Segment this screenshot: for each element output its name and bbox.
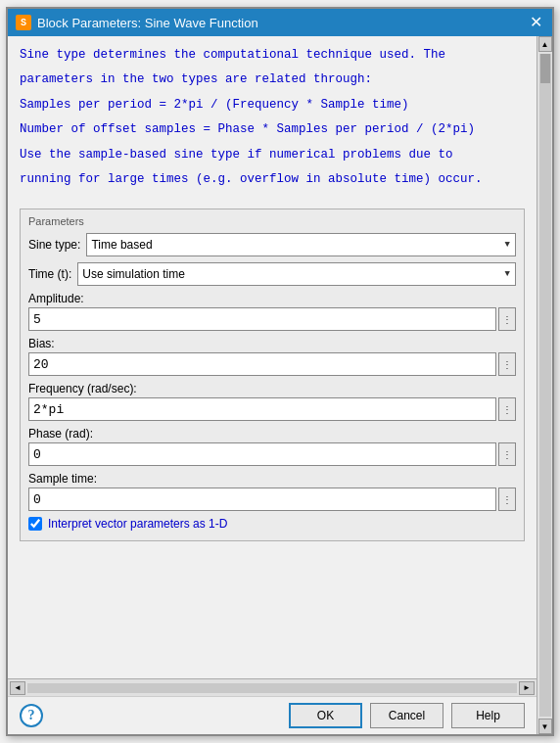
time-row: Time (t): Use simulation time Use extern…: [28, 262, 516, 286]
frequency-input[interactable]: [28, 397, 496, 421]
cancel-button[interactable]: Cancel: [370, 703, 443, 728]
phase-label: Phase (rad):: [28, 427, 516, 441]
sine-type-row: Sine type: Time based Sample based: [28, 233, 516, 256]
help-button[interactable]: Help: [451, 703, 525, 728]
frequency-label: Frequency (rad/sec):: [28, 382, 516, 395]
interpret-checkbox-row: Interpret vector parameters as 1-D: [28, 517, 516, 531]
title-bar: S Block Parameters: Sine Wave Function ✕: [8, 9, 552, 36]
scroll-track: [27, 683, 517, 693]
description-area: Sine type determines the computational t…: [8, 36, 537, 203]
frequency-input-row: ⋮: [28, 397, 516, 421]
bottom-buttons: ? OK Cancel Help: [8, 696, 537, 734]
vertical-scrollbar: ▲ ▼: [537, 36, 552, 734]
scroll-down-button[interactable]: ▼: [538, 719, 552, 734]
time-select[interactable]: Use simulation time Use external signal: [77, 262, 516, 286]
sample-time-dots-button[interactable]: ⋮: [498, 488, 516, 511]
interpret-checkbox[interactable]: [28, 517, 42, 531]
sine-type-label: Sine type:: [28, 238, 80, 252]
bias-row: Bias: ⋮: [28, 337, 516, 376]
sine-type-select[interactable]: Time based Sample based: [86, 233, 516, 256]
sample-time-input[interactable]: [28, 488, 496, 511]
phase-input[interactable]: [28, 442, 496, 466]
time-label: Time (t):: [28, 267, 71, 281]
desc-line2: parameters in the two types are related …: [20, 70, 525, 89]
sine-type-dropdown-wrapper: Time based Sample based: [86, 233, 516, 256]
desc-line6: Number of offset samples = Phase * Sampl…: [20, 120, 525, 139]
title-bar-left: S Block Parameters: Sine Wave Function: [16, 15, 258, 30]
horizontal-scrollbar: ◄ ►: [8, 678, 537, 696]
amplitude-input[interactable]: [28, 307, 496, 331]
amplitude-row: Amplitude: ⋮: [28, 292, 516, 331]
window-title: Block Parameters: Sine Wave Function: [37, 16, 258, 30]
time-dropdown-wrapper: Use simulation time Use external signal: [77, 262, 516, 286]
amplitude-input-row: ⋮: [28, 307, 516, 331]
close-button[interactable]: ✕: [527, 14, 544, 31]
phase-input-row: ⋮: [28, 442, 516, 466]
help-icon-button[interactable]: ?: [20, 704, 43, 727]
vscroll-thumb: [540, 54, 550, 83]
ok-button[interactable]: OK: [289, 703, 362, 728]
main-content: Sine type determines the computational t…: [8, 36, 537, 734]
desc-line1: Sine type determines the computational t…: [20, 46, 525, 65]
content-area: Sine type determines the computational t…: [8, 36, 552, 734]
params-section: Parameters Sine type: Time based Sample …: [8, 203, 537, 678]
block-params-window: S Block Parameters: Sine Wave Function ✕…: [6, 7, 554, 736]
bias-input-row: ⋮: [28, 352, 516, 376]
sample-time-label: Sample time:: [28, 472, 516, 486]
amplitude-dots-button[interactable]: ⋮: [498, 307, 516, 331]
desc-line9: running for large times (e.g. overflow i…: [20, 170, 525, 189]
params-group: Parameters Sine type: Time based Sample …: [20, 209, 525, 541]
desc-line8: Use the sample-based sine type if numeri…: [20, 146, 525, 164]
desc-line4: Samples per period = 2*pi / (Frequency *…: [20, 96, 525, 115]
phase-row: Phase (rad): ⋮: [28, 427, 516, 466]
scroll-up-button[interactable]: ▲: [538, 36, 552, 52]
phase-dots-button[interactable]: ⋮: [498, 442, 516, 466]
scroll-left-button[interactable]: ◄: [10, 681, 25, 695]
frequency-row: Frequency (rad/sec): ⋮: [28, 382, 516, 421]
window-icon: S: [16, 15, 31, 30]
sample-time-row: Sample time: ⋮: [28, 472, 516, 511]
sample-time-input-row: ⋮: [28, 488, 516, 511]
bias-input[interactable]: [28, 352, 496, 376]
amplitude-label: Amplitude:: [28, 292, 516, 305]
scroll-right-button[interactable]: ►: [519, 681, 535, 695]
bias-dots-button[interactable]: ⋮: [498, 352, 516, 376]
frequency-dots-button[interactable]: ⋮: [498, 397, 516, 421]
params-group-title: Parameters: [28, 215, 516, 227]
interpret-checkbox-label: Interpret vector parameters as 1-D: [48, 517, 227, 531]
bias-label: Bias:: [28, 337, 516, 350]
vscroll-track: [539, 54, 551, 717]
